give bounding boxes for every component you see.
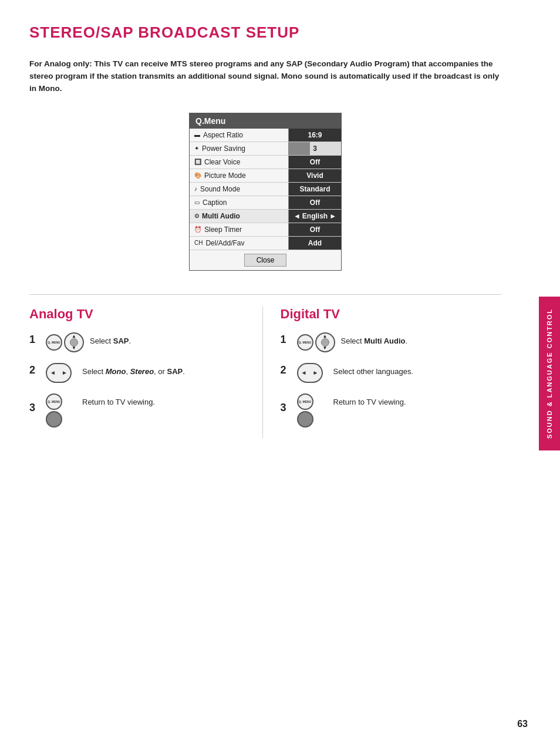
analog-step-3-text: Return to TV viewing. [82, 393, 155, 408]
qmenu-row-caption: ▭ Caption Off [190, 196, 341, 210]
nav-cluster-1a: ▲ ▼ [64, 332, 84, 352]
digital-tv-heading: Digital TV [281, 307, 502, 322]
up-arrow-icon: ▲ [323, 334, 328, 339]
digital-step-num-1: 1 [281, 334, 286, 346]
digital-tv-section: Digital TV 1 Q. MENU ▲ ▼ [263, 307, 502, 438]
qmenu-row-picture: 🎨 Picture Mode Vivid [190, 169, 341, 183]
analog-step-2: 2 ◄ ► Select Mono, Stereo, or SAP. [29, 363, 251, 383]
lr-nav-cluster-2: ◄ ► [46, 363, 72, 383]
analog-step-3-icons: 3 Q. MENU [29, 393, 76, 428]
qmenu-value-clear: Off [288, 156, 341, 169]
qmenu-container: Q.Menu ▬ Aspect Ratio 16:9 ✦ Power Savin… [29, 113, 501, 271]
analog-tv-section: Analog TV 1 Q. MENU ▲ ▼ [29, 307, 263, 438]
right-arrow-icon: ► [329, 212, 336, 220]
qmenu-only-btn-3a [46, 411, 62, 428]
qmenu-value-del: Add [288, 237, 341, 250]
side-tab: SOUND & LANGUAGE CONTROL [539, 297, 560, 450]
analog-tv-heading: Analog TV [29, 307, 251, 322]
digital-step-2-icons: 2 ◄ ► [281, 363, 328, 383]
qmenu-row-sleep: ⏰ Sleep Timer Off [190, 223, 341, 237]
qmenu-value-picture: Vivid [288, 169, 341, 182]
analog-step-2-icons: 2 ◄ ► [29, 363, 76, 383]
section-divider [29, 294, 501, 295]
analog-step-2-text: Select Mono, Stereo, or SAP. [82, 363, 185, 378]
down-arrow-icon: ▼ [323, 346, 328, 351]
qmenu-box: Q.Menu ▬ Aspect Ratio 16:9 ✦ Power Savin… [189, 113, 342, 271]
digital-step-2-text: Select other languages. [333, 363, 414, 378]
lr-nav-cluster-2d: ◄ ► [297, 363, 323, 383]
left-arrow-icon: ◄ [50, 369, 56, 376]
qmenu-row-del: CH Del/Add/Fav Add [190, 237, 341, 250]
caption-icon: ▭ [194, 199, 200, 206]
qmenu-value-sound: Standard [288, 183, 341, 196]
multi-icon: ⊙ [194, 213, 199, 219]
right-arrow-icon: ► [313, 369, 319, 376]
qmenu-row-aspect: ▬ Aspect Ratio 16:9 [190, 129, 341, 142]
two-col-section: Analog TV 1 Q. MENU ▲ ▼ [29, 307, 501, 438]
close-button[interactable]: Close [244, 254, 287, 267]
qmenu-value-sleep: Off [288, 223, 341, 236]
digital-step-num-2: 2 [281, 364, 286, 376]
analog-step-1-text: Select SAP. [90, 332, 131, 347]
digital-step-3-icons: 3 Q. MENU [281, 393, 328, 428]
analog-step-num-2: 2 [29, 364, 35, 376]
analog-step-num-1: 1 [29, 334, 35, 346]
qmenu-label-del: CH Del/Add/Fav [190, 237, 288, 250]
qmenu-only-btn-3d [297, 411, 313, 428]
analog-step-1: 1 Q. MENU ▲ ▼ [29, 332, 251, 352]
qmenu-row-multi: ⊙ Multi Audio ◄ English ► [190, 210, 341, 223]
digital-step-1-text: Select Multi Audio. [341, 332, 408, 347]
qmenu-label-sleep: ⏰ Sleep Timer [190, 223, 288, 236]
qmenu-row-sound: ♪ Sound Mode Standard [190, 183, 341, 196]
qmenu-value-aspect: 16:9 [288, 129, 341, 142]
digital-step-3: 3 Q. MENU Return to TV viewing. [281, 393, 502, 428]
picture-icon: 🎨 [194, 172, 201, 179]
up-arrow-icon: ▲ [72, 334, 76, 339]
qmenu-value-multi: ◄ English ► [288, 210, 341, 223]
qmenu-label-multi: ⊙ Multi Audio [190, 210, 288, 223]
aspect-icon: ▬ [194, 132, 200, 138]
analog-step-3: 3 Q. MENU Return to TV viewing. [29, 393, 251, 428]
digital-step-1: 1 Q. MENU ▲ ▼ Select Multi Audio. [281, 332, 502, 352]
nav-cluster-1d: ▲ ▼ [315, 332, 335, 352]
page-title: STEREO/SAP BROADCAST SETUP [29, 23, 501, 42]
analog-step-1-icons: 1 Q. MENU ▲ ▼ [29, 332, 84, 352]
del-icon: CH [194, 240, 203, 246]
left-arrow-icon: ◄ [294, 212, 301, 220]
intro-text: For Analog only: This TV can receive MTS… [29, 58, 501, 95]
sound-icon: ♪ [194, 186, 197, 192]
qmenu-value-power: 3 [288, 142, 341, 155]
qmenu-row-power: ✦ Power Saving 3 [190, 142, 341, 156]
qmenu-button-icon-3d: Q. MENU [297, 393, 313, 410]
digital-step-2: 2 ◄ ► Select other languages. [281, 363, 502, 383]
main-content: STEREO/SAP BROADCAST SETUP For Analog on… [0, 0, 537, 462]
analog-step-num-3: 3 [29, 402, 35, 414]
qmenu-button-icon-1a: Q. MENU [46, 334, 62, 351]
qmenu-label-power: ✦ Power Saving [190, 142, 288, 155]
digital-step-num-3: 3 [281, 402, 286, 414]
down-arrow-icon: ▼ [72, 346, 76, 351]
qmenu-label-picture: 🎨 Picture Mode [190, 169, 288, 182]
qmenu-label-clear: 🔲 Clear Voice [190, 156, 288, 169]
right-arrow-icon: ► [62, 369, 68, 376]
power-icon: ✦ [194, 145, 199, 152]
close-btn-row: Close [190, 250, 341, 270]
page-number: 63 [517, 719, 528, 729]
qmenu-button-icon-3a: Q. MENU [46, 393, 62, 410]
qmenu-label-caption: ▭ Caption [190, 196, 288, 209]
digital-step-1-icons: 1 Q. MENU ▲ ▼ [281, 332, 335, 352]
qmenu-button-icon-1d: Q. MENU [297, 334, 313, 351]
qmenu-title: Q.Menu [190, 113, 341, 129]
sleep-icon: ⏰ [194, 226, 201, 233]
qmenu-value-caption: Off [288, 196, 341, 209]
left-arrow-icon: ◄ [301, 369, 307, 376]
qmenu-label-sound: ♪ Sound Mode [190, 183, 288, 196]
qmenu-row-clear: 🔲 Clear Voice Off [190, 156, 341, 169]
qmenu-label-aspect: ▬ Aspect Ratio [190, 129, 288, 142]
clear-icon: 🔲 [194, 159, 201, 165]
digital-step-3-text: Return to TV viewing. [333, 393, 406, 408]
